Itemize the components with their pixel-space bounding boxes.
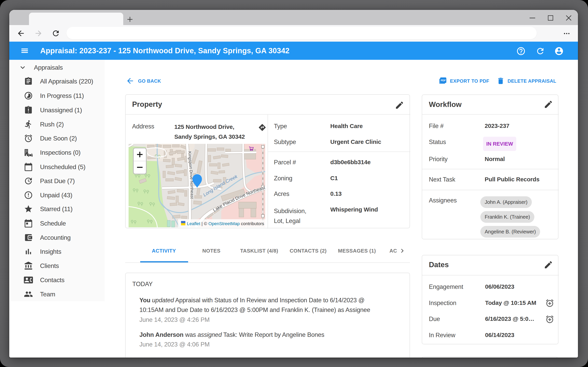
svg-text:PDF: PDF — [441, 79, 446, 82]
svg-text:Leaflet | © OpenStreetMap cont: Leaflet | © OpenStreetMap contributors — [187, 221, 264, 226]
